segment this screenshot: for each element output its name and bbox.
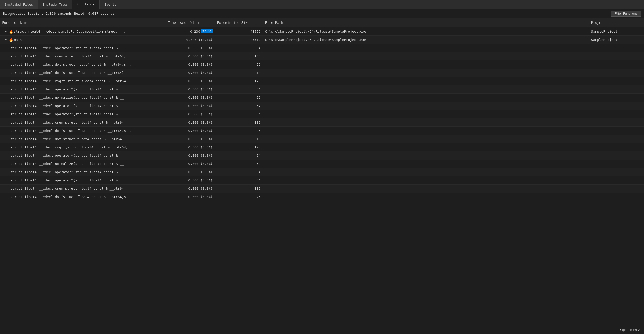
time-value: 0.000 (0.0%) — [188, 112, 213, 116]
cell-function-name: struct float4 __cdecl operator+(struct f… — [0, 102, 166, 110]
function-name-text: struct float4 __cdecl csum(struct float4… — [10, 187, 126, 191]
cell-function-name: struct float4 __cdecl rsqrt(struct float… — [0, 143, 166, 151]
cell-path — [263, 135, 589, 143]
tab-events[interactable]: Events — [100, 0, 121, 9]
cell-path — [263, 60, 589, 69]
table-row[interactable]: struct float4 __cdecl normalize(struct f… — [0, 93, 644, 102]
functions-table: Function Name Time [sec, %] ▼ Forceinlin… — [0, 18, 644, 201]
cell-path — [263, 102, 589, 110]
time-value: 0.000 (0.0%) — [188, 79, 213, 83]
table-row[interactable]: struct float4 __cdecl dot(struct float4 … — [0, 60, 644, 69]
cell-time: 0.087 (14.1%) — [166, 35, 215, 44]
function-name-text: struct float4 __cdecl dot(struct float4 … — [10, 137, 124, 141]
cell-force: 18 — [215, 135, 263, 143]
cell-project — [589, 85, 644, 93]
function-name-text: struct float4 __cdecl normalize(struct f… — [10, 162, 130, 166]
cell-project: SampleProject — [589, 35, 644, 44]
table-row[interactable]: struct float4 __cdecl csum(struct float4… — [0, 52, 644, 60]
cell-path — [263, 143, 589, 151]
cell-time: 0.000 (0.0%) — [166, 69, 215, 77]
table-row[interactable]: struct float4 __cdecl operator*(struct f… — [0, 168, 644, 176]
time-value: 0.000 (0.0%) — [188, 46, 213, 50]
time-value: 0.000 (0.0%) — [188, 96, 213, 100]
table-row[interactable]: struct float4 __cdecl dot(struct float4 … — [0, 126, 644, 135]
cell-time: 0.000 (0.0%) — [166, 184, 215, 193]
cell-force: 18 — [215, 69, 263, 77]
time-value: 0.000 (0.0%) — [188, 170, 213, 174]
column-header-project: Project — [589, 18, 644, 27]
function-name-text: struct float4 __cdecl operator*(struct f… — [10, 87, 130, 91]
sort-arrow-time: ▼ — [197, 21, 200, 25]
table-row[interactable]: ▶🔥struct float4 __cdecl sampleFunDecompo… — [0, 27, 644, 35]
function-name-text: struct float4 __cdecl operator*(struct f… — [10, 178, 130, 182]
cell-function-name: struct float4 __cdecl operator*(struct f… — [0, 44, 166, 52]
cell-function-name: struct float4 __cdecl operator*(struct f… — [0, 151, 166, 160]
function-name-text: struct float4 __cdecl normalize(struct f… — [10, 96, 130, 100]
cell-force: 105 — [215, 118, 263, 126]
tab-events-label: Events — [104, 3, 116, 6]
cell-force: 32 — [215, 93, 263, 102]
cell-time: 0.000 (0.0%) — [166, 85, 215, 93]
cell-path — [263, 118, 589, 126]
table-row[interactable]: struct float4 __cdecl dot(struct float4 … — [0, 69, 644, 77]
cell-function-name: struct float4 __cdecl dot(struct float4 … — [0, 60, 166, 69]
table-row[interactable]: struct float4 __cdecl operator*(struct f… — [0, 151, 644, 160]
table-row[interactable]: struct float4 __cdecl operator*(struct f… — [0, 85, 644, 93]
function-name-text: struct float4 __cdecl dot(struct float4 … — [10, 129, 132, 133]
function-name-text: struct float4 __cdecl rsqrt(struct float… — [10, 79, 128, 83]
cell-path: C:\src\SampleProject\x64\Release\SampleP… — [263, 27, 589, 35]
table-row[interactable]: struct float4 __cdecl operator*(struct f… — [0, 176, 644, 184]
function-name-text: struct float4 __cdecl operator*(struct f… — [10, 112, 130, 116]
cell-time: 0.000 (0.0%) — [166, 44, 215, 52]
cell-force: 34 — [215, 151, 263, 160]
expand-icon[interactable]: ▶ — [4, 30, 8, 33]
table-row[interactable]: struct float4 __cdecl rsqrt(struct float… — [0, 143, 644, 151]
cell-function-name: struct float4 __cdecl dot(struct float4 … — [0, 69, 166, 77]
cell-function-name: ▼🔥main — [0, 35, 166, 44]
time-value: 0.000 (0.0%) — [188, 129, 213, 133]
cell-path — [263, 110, 589, 118]
function-name-text: struct float4 __cdecl operator*(struct f… — [10, 46, 130, 50]
cell-path — [263, 44, 589, 52]
table-row[interactable]: struct float4 __cdecl operator*(struct f… — [0, 44, 644, 52]
table-row[interactable]: struct float4 __cdecl dot(struct float4 … — [0, 135, 644, 143]
fire-icon: 🔥 — [9, 29, 13, 34]
time-value: 0.000 (0.0%) — [188, 145, 213, 149]
table-row[interactable]: struct float4 __cdecl dot(struct float4 … — [0, 193, 644, 201]
time-value: 0.000 (0.0%) — [188, 54, 213, 58]
functions-table-container[interactable]: Function Name Time [sec, %] ▼ Forceinlin… — [0, 18, 644, 325]
cell-path — [263, 126, 589, 135]
tab-functions[interactable]: Functions — [72, 0, 100, 9]
tab-include-tree[interactable]: Include Tree — [38, 0, 72, 9]
table-row[interactable]: struct float4 __cdecl csum(struct float4… — [0, 118, 644, 126]
function-name-text: struct float4 __cdecl dot(struct float4 … — [10, 63, 132, 66]
column-header-time[interactable]: Time [sec, %] ▼ — [166, 18, 215, 27]
time-value: 0.000 (0.0%) — [188, 104, 213, 108]
tab-included-files[interactable]: Included Files — [0, 0, 38, 9]
cell-time: 0.000 (0.0%) — [166, 77, 215, 85]
cell-time: 0.000 (0.0%) — [166, 118, 215, 126]
cell-path — [263, 184, 589, 193]
cell-project — [589, 184, 644, 193]
table-row[interactable]: struct float4 __cdecl csum(struct float4… — [0, 184, 644, 193]
time-value: 0.000 (0.0%) — [188, 195, 213, 199]
table-row[interactable]: struct float4 __cdecl normalize(struct f… — [0, 160, 644, 168]
cell-function-name: struct float4 __cdecl dot(struct float4 … — [0, 193, 166, 201]
table-row[interactable]: struct float4 __cdecl rsqrt(struct float… — [0, 77, 644, 85]
table-row[interactable]: struct float4 __cdecl operator*(struct f… — [0, 110, 644, 118]
table-body: ▶🔥struct float4 __cdecl sampleFunDecompo… — [0, 27, 644, 201]
cell-time: 0.000 (0.0%) — [166, 168, 215, 176]
cell-project — [589, 102, 644, 110]
time-value: 0.000 (0.0%) — [188, 154, 213, 157]
table-row[interactable]: struct float4 __cdecl operator+(struct f… — [0, 102, 644, 110]
cell-force: 105 — [215, 184, 263, 193]
cell-time: 0.000 (0.0%) — [166, 135, 215, 143]
column-header-force: Forceinline Size — [215, 18, 263, 27]
cell-function-name: struct float4 __cdecl operator*(struct f… — [0, 168, 166, 176]
table-row[interactable]: ▼🔥main0.087 (14.1%)85519C:\src\SamplePro… — [0, 35, 644, 44]
time-value: 0.000 (0.0%) — [188, 187, 213, 191]
function-name-text: struct float4 __cdecl csum(struct float4… — [10, 120, 126, 124]
open-in-wpa-button[interactable]: Open in WPA — [620, 328, 640, 332]
filter-functions-button[interactable]: Filter Functions — [611, 11, 641, 17]
expand-icon[interactable]: ▼ — [4, 38, 8, 42]
